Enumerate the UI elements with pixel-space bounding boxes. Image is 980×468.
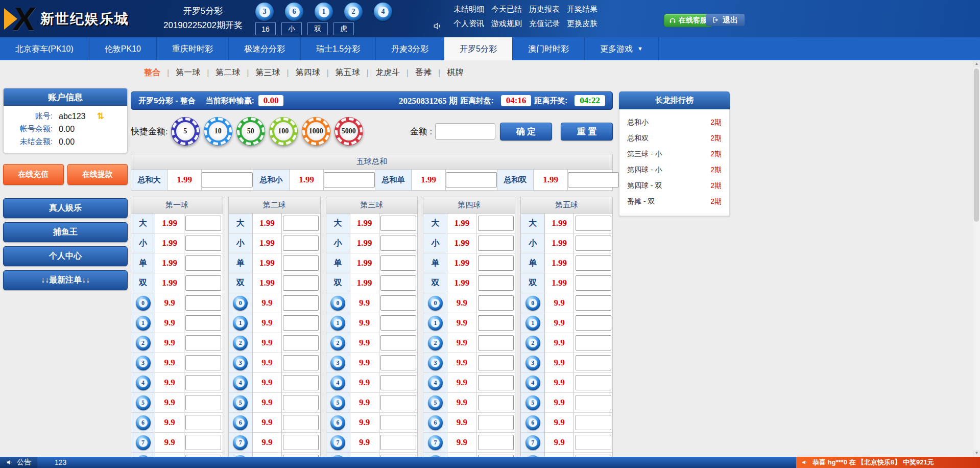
bet-amount-input[interactable] [380,395,416,410]
bet-amount-input[interactable] [478,295,514,311]
tab-澳门时时彩[interactable]: 澳门时时彩 [513,37,585,60]
rank-row[interactable]: 第四球 - 小2期 [627,162,722,178]
bet-amount-input[interactable] [283,216,319,231]
nav-link[interactable]: 开奖结果 [567,5,597,14]
bet-amount-input[interactable] [576,236,611,251]
bet-amount-input[interactable] [478,315,514,331]
bet-amount-input[interactable] [185,355,221,370]
chip-1000[interactable]: 1000 [302,117,330,146]
tab-开罗5分彩[interactable]: 开罗5分彩 [444,37,513,60]
rank-row[interactable]: 总和小2期 [627,114,722,130]
bet-amount-input[interactable] [202,172,253,188]
bet-amount-input[interactable] [380,315,416,331]
recharge-button[interactable]: 在线充值 [3,164,64,185]
bet-amount-input[interactable] [380,255,416,271]
bet-amount-input[interactable] [576,395,611,410]
chip-5[interactable]: 5 [171,117,200,146]
bet-amount-input[interactable] [283,295,319,311]
subtab-棋牌[interactable]: 棋牌 [447,67,463,78]
bet-amount-input[interactable] [185,236,221,251]
bet-amount-input[interactable] [380,435,416,450]
rank-row[interactable]: 第三球 - 小2期 [627,146,722,162]
rank-row[interactable]: 总和双2期 [627,130,722,146]
subtab-番摊[interactable]: 番摊 [415,67,432,78]
chip-10[interactable]: 10 [204,117,232,146]
bet-amount-input[interactable] [380,415,416,430]
bet-amount-input[interactable] [478,255,514,271]
nav-link[interactable]: 今天已结 [491,5,522,14]
bet-amount-input[interactable] [185,295,221,311]
bet-amount-input[interactable] [576,375,611,390]
speaker-icon[interactable] [433,21,442,31]
refresh-icon[interactable]: ⇅ [97,111,104,122]
bet-amount-input[interactable] [380,295,416,311]
bet-amount-input[interactable] [576,295,611,311]
bet-amount-input[interactable] [185,216,221,231]
nav-link[interactable]: 更换皮肤 [567,19,597,29]
sidebar-button-个人中心[interactable]: 个人中心 [3,246,128,266]
bet-amount-input[interactable] [478,236,514,251]
logout-button[interactable]: 退出 [706,14,745,26]
bet-amount-input[interactable] [380,375,416,390]
nav-link[interactable]: 游戏规则 [491,19,522,29]
subtab-第一球[interactable]: 第一球 [176,67,200,78]
bet-amount-input[interactable] [185,435,221,450]
sidebar-button-真人娱乐[interactable]: 真人娱乐 [3,198,128,218]
amount-input[interactable] [435,123,495,139]
subtab-第三球[interactable]: 第三球 [255,67,280,78]
rank-row[interactable]: 第四球 - 双2期 [627,178,722,194]
withdraw-button[interactable]: 在线提款 [67,164,128,185]
tab-重庆时时彩[interactable]: 重庆时时彩 [157,37,229,60]
bet-amount-input[interactable] [283,236,319,251]
bet-amount-input[interactable] [446,172,497,188]
tab-极速分分彩[interactable]: 极速分分彩 [229,37,301,60]
bet-amount-input[interactable] [478,335,514,350]
nav-link[interactable]: 未结明细 [453,5,484,14]
subtab-龙虎斗[interactable]: 龙虎斗 [375,67,400,78]
tab-瑞士1.5分彩[interactable]: 瑞士1.5分彩 [301,37,376,60]
bet-amount-input[interactable] [568,172,619,188]
bet-amount-input[interactable] [185,415,221,430]
bet-amount-input[interactable] [478,375,514,390]
bet-amount-input[interactable] [576,355,611,370]
bet-amount-input[interactable] [576,415,611,430]
bet-amount-input[interactable] [576,435,611,450]
subtab-第四球[interactable]: 第四球 [296,67,320,78]
vertical-scrollbar[interactable]: ▲ ▼ [973,60,980,457]
sidebar-button-↓↓最新注单↓↓[interactable]: ↓↓最新注单↓↓ [3,270,128,290]
online-service-button[interactable]: 在线客服 [664,14,712,27]
nav-link[interactable]: 个人资讯 [453,19,484,29]
bet-amount-input[interactable] [576,216,611,231]
subtab-第五球[interactable]: 第五球 [336,67,360,78]
tab-北京赛车(PK10)[interactable]: 北京赛车(PK10) [0,37,89,60]
chip-100[interactable]: 100 [269,117,298,146]
bet-amount-input[interactable] [576,255,611,271]
tab-more-games[interactable]: 更多游戏▼ [585,37,659,60]
bet-amount-input[interactable] [576,315,611,331]
bet-amount-input[interactable] [283,355,319,370]
bet-amount-input[interactable] [478,355,514,370]
tab-丹麦3分彩[interactable]: 丹麦3分彩 [376,37,444,60]
bet-amount-input[interactable] [283,415,319,430]
subtab-整合[interactable]: 整合 [144,67,160,78]
bet-amount-input[interactable] [185,255,221,271]
bet-amount-input[interactable] [478,275,514,291]
chip-50[interactable]: 50 [236,117,265,146]
bet-amount-input[interactable] [380,335,416,350]
bet-amount-input[interactable] [380,216,416,231]
chip-5000[interactable]: 5000 [334,117,363,146]
bet-amount-input[interactable] [380,275,416,291]
reset-button[interactable]: 重 置 [561,123,613,141]
bet-amount-input[interactable] [283,395,319,410]
bet-amount-input[interactable] [478,415,514,430]
bet-amount-input[interactable] [380,355,416,370]
nav-link[interactable]: 充值记录 [529,19,560,29]
bet-amount-input[interactable] [380,236,416,251]
site-logo[interactable]: X 新世纪娱乐城 [4,0,129,37]
bet-amount-input[interactable] [185,395,221,410]
bet-amount-input[interactable] [478,395,514,410]
bet-amount-input[interactable] [283,275,319,291]
tab-伦敦PK10[interactable]: 伦敦PK10 [89,37,157,60]
bet-amount-input[interactable] [185,335,221,350]
sidebar-button-捕鱼王[interactable]: 捕鱼王 [3,222,128,242]
